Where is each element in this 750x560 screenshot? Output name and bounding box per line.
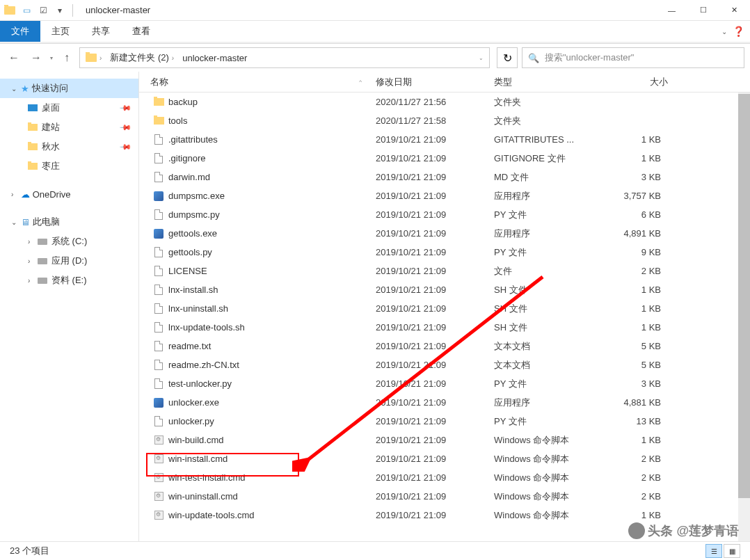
chevron-right-icon[interactable]: › [28, 238, 36, 246]
tab-share[interactable]: 共享 [81, 21, 121, 42]
file-row[interactable]: unlocker.py2019/10/21 21:09PY 文件13 KB [139, 412, 750, 431]
breadcrumb-0[interactable]: 新建文件夹 (2)› [107, 51, 179, 64]
file-row[interactable]: lnx-uninstall.sh2019/10/21 21:09SH 文件1 K… [139, 299, 750, 318]
file-row[interactable]: lnx-update-tools.sh2019/10/21 21:09SH 文件… [139, 318, 750, 337]
file-size: 5 KB [598, 360, 675, 370]
file-date: 2020/11/27 21:56 [369, 97, 487, 107]
col-name[interactable]: 名称^ [139, 76, 369, 88]
search-input[interactable]: 🔍 搜索"unlocker-master" [522, 47, 744, 68]
pc-icon: 🖥 [21, 217, 30, 227]
file-row[interactable]: backup2020/11/27 21:56文件夹 [139, 93, 750, 111]
file-row[interactable]: win-install.cmd2019/10/21 21:09Windows 命… [139, 449, 750, 468]
tab-home[interactable]: 主页 [40, 21, 81, 42]
file-row[interactable]: win-build.cmd2019/10/21 21:09Windows 命令脚… [139, 431, 750, 449]
help-icon[interactable]: ❓ [733, 26, 744, 37]
file-name: gettools.py [168, 247, 212, 257]
close-button[interactable]: ✕ [719, 0, 750, 21]
file-icon [153, 134, 164, 145]
refresh-button[interactable]: ↻ [497, 47, 518, 68]
col-type[interactable]: 类型 [487, 76, 598, 88]
tab-file[interactable]: 文件 [0, 21, 40, 42]
nav-desktop[interactable]: 桌面 📌 [0, 98, 138, 118]
nav-drive-d[interactable]: › 应用 (D:) [0, 251, 138, 271]
nav-quick-access[interactable]: ⌄ ★ 快速访问 [0, 79, 138, 98]
file-date: 2019/10/21 21:09 [369, 266, 487, 276]
file-row[interactable]: win-uninstall.cmd2019/10/21 21:09Windows… [139, 487, 750, 506]
file-icon [153, 416, 164, 427]
view-icons-button[interactable]: ▦ [724, 544, 740, 558]
address-bar[interactable]: › 新建文件夹 (2)› unlocker-master ⌄ [79, 47, 490, 68]
file-row[interactable]: gettools.py2019/10/21 21:09PY 文件9 KB [139, 243, 750, 262]
chevron-right-icon[interactable]: › [11, 191, 19, 198]
file-row[interactable]: readme.txt2019/10/21 21:09文本文档5 KB [139, 337, 750, 355]
file-size: 9 KB [598, 247, 675, 257]
up-button[interactable]: ↑ [58, 49, 75, 66]
file-name: dumpsmc.py [168, 209, 220, 220]
file-name: backup [168, 97, 198, 107]
folder-icon [28, 143, 38, 150]
file-name: tools [168, 115, 187, 126]
file-row[interactable]: readme.zh-CN.txt2019/10/21 21:09文本文档5 KB [139, 355, 750, 374]
qat-checkbox-icon[interactable]: ☑ [36, 3, 50, 17]
back-button[interactable]: ← [6, 49, 22, 66]
chevron-down-icon[interactable]: ⌄ [11, 218, 19, 226]
breadcrumb-root-icon[interactable]: › [83, 54, 107, 62]
drive-icon [38, 278, 47, 284]
maximize-button[interactable]: ☐ [687, 0, 719, 21]
ribbon-expand-icon[interactable]: ⌄ [721, 28, 727, 35]
tab-view[interactable]: 查看 [121, 21, 161, 42]
nav-drive-e[interactable]: › 资料 (E:) [0, 271, 138, 290]
address-dropdown-icon[interactable]: ⌄ [479, 55, 484, 61]
file-row[interactable]: dumpsmc.py2019/10/21 21:09PY 文件6 KB [139, 205, 750, 224]
column-headers: 名称^ 修改日期 类型 大小 [139, 72, 750, 93]
file-size: 3,757 KB [598, 191, 675, 201]
file-name: darwin.md [168, 172, 210, 182]
nav-drive-c[interactable]: › 系统 (C:) [0, 232, 138, 251]
file-list: backup2020/11/27 21:56文件夹tools2020/11/27… [139, 93, 750, 541]
file-row[interactable]: win-update-tools.cmd2019/10/21 21:09Wind… [139, 506, 750, 525]
search-placeholder: 搜索"unlocker-master" [545, 51, 634, 64]
col-date[interactable]: 修改日期 [369, 76, 487, 88]
file-row[interactable]: lnx-install.sh2019/10/21 21:09SH 文件1 KB [139, 280, 750, 299]
file-row[interactable]: win-test-install.cmd2019/10/21 21:09Wind… [139, 468, 750, 487]
nav-onedrive[interactable]: › ☁ OneDrive [0, 184, 138, 204]
file-row[interactable]: .gitignore2019/10/21 21:09GITIGNORE 文件1 … [139, 149, 750, 168]
scrollbar-thumb[interactable] [738, 94, 750, 498]
folder-icon [28, 163, 38, 170]
file-row[interactable]: gettools.exe2019/10/21 21:09应用程序4,891 KB [139, 224, 750, 243]
qat-dropdown-icon[interactable]: ▾ [53, 3, 67, 17]
nav-zaozhuang[interactable]: 枣庄 [0, 157, 138, 176]
qat-save-icon[interactable]: ▭ [19, 3, 33, 17]
nav-qiushui[interactable]: 秋水 📌 [0, 137, 138, 157]
history-dropdown-icon[interactable]: ▾ [50, 55, 53, 61]
scrollbar-vertical[interactable] [738, 93, 750, 541]
forward-button[interactable]: → [28, 49, 45, 66]
file-list-pane: 名称^ 修改日期 类型 大小 backup2020/11/27 21:56文件夹… [139, 72, 750, 541]
nav-jianzhan[interactable]: 建站 📌 [0, 118, 138, 137]
breadcrumb-1[interactable]: unlocker-master [179, 53, 250, 63]
chevron-right-icon[interactable]: › [28, 257, 36, 265]
file-name: test-unlocker.py [168, 378, 232, 389]
file-row[interactable]: darwin.md2019/10/21 21:09MD 文件3 KB [139, 168, 750, 186]
file-row[interactable]: unlocker.exe2019/10/21 21:09应用程序4,881 KB [139, 393, 750, 412]
file-name: win-uninstall.cmd [168, 491, 238, 502]
file-icon [153, 266, 164, 277]
file-size: 1 KB [598, 322, 675, 333]
minimize-button[interactable]: — [656, 0, 687, 21]
search-icon: 🔍 [528, 53, 539, 63]
chevron-down-icon[interactable]: ⌄ [11, 85, 19, 93]
pin-icon: 📌 [118, 120, 131, 134]
col-size[interactable]: 大小 [598, 76, 675, 88]
view-details-button[interactable]: ☰ [705, 544, 722, 558]
file-row[interactable]: .gitattributes2019/10/21 21:09GITATTRIBU… [139, 130, 750, 149]
file-name: readme.txt [168, 341, 211, 351]
file-row[interactable]: test-unlocker.py2019/10/21 21:09PY 文件3 K… [139, 374, 750, 393]
file-row[interactable]: LICENSE2019/10/21 21:09文件2 KB [139, 262, 750, 280]
nav-thispc[interactable]: ⌄ 🖥 此电脑 [0, 212, 138, 232]
file-size: 2 KB [598, 454, 675, 464]
file-row[interactable]: tools2020/11/27 21:58文件夹 [139, 111, 750, 130]
chevron-right-icon[interactable]: › [28, 277, 36, 285]
cmd-icon [153, 472, 164, 483]
file-row[interactable]: dumpsmc.exe2019/10/21 21:09应用程序3,757 KB [139, 186, 750, 205]
exe-icon [153, 228, 164, 239]
